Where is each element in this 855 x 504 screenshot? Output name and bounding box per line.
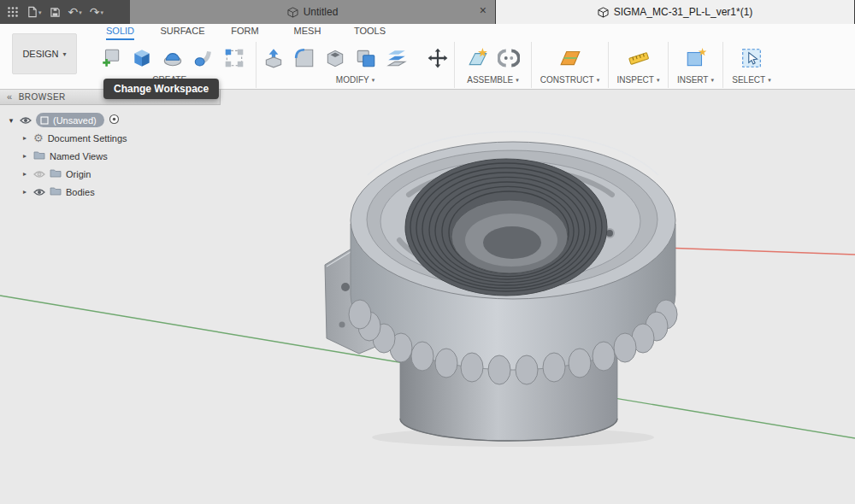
tree-root-document[interactable]: ▾ (Unsaved) (7, 111, 221, 129)
activate-component-icon[interactable] (109, 114, 120, 126)
close-tab-icon[interactable]: × (480, 4, 486, 16)
press-pull-icon[interactable] (260, 44, 287, 72)
app-icon-cluster: ▾ ↶ ▾ ↷ ▾ (0, 0, 130, 24)
tree-item-label: Named Views (50, 151, 108, 161)
pattern-icon[interactable] (221, 44, 248, 72)
workspace-selector-label: DESIGN (22, 49, 58, 59)
tree-item-label: Origin (66, 169, 91, 179)
folder-icon (33, 150, 45, 161)
change-workspace-tooltip: Change Workspace (103, 79, 219, 99)
component-box-icon (40, 116, 49, 125)
disclosure-collapsed-icon[interactable]: ▸ (21, 188, 29, 196)
group-assemble: ASSEMBLE▾ (455, 42, 532, 88)
extrude-icon[interactable] (128, 44, 156, 72)
document-tab-label: Untitled (304, 6, 339, 18)
construct-plane-icon[interactable] (557, 44, 584, 72)
tree-item-label: Bodies (66, 187, 95, 197)
dropdown-caret-icon[interactable]: ▾ (101, 9, 104, 15)
app-grid-icon[interactable] (7, 6, 19, 18)
sweep-icon[interactable] (190, 44, 217, 72)
workspace-selector-button[interactable]: DESIGN ▾ (12, 33, 77, 74)
document-root-label: (Unsaved) (53, 115, 97, 126)
tree-item-origin[interactable]: ▸ Origin (7, 165, 221, 183)
assemble-new-component-icon[interactable] (464, 44, 492, 72)
disclosure-collapsed-icon[interactable]: ▸ (21, 152, 29, 160)
group-select: SELECT▾ (723, 42, 780, 88)
document-tab-active[interactable]: SIGMA_MC-31_PL-L_ver1*(1) (496, 0, 855, 24)
undo-icon[interactable]: ↶ ▾ (68, 6, 82, 18)
measure-icon[interactable] (625, 44, 652, 72)
gear-icon: ⚙ (33, 132, 44, 144)
visibility-eye-icon[interactable] (33, 188, 45, 196)
shell-icon[interactable] (321, 44, 349, 72)
dropdown-caret-icon: ▾ (657, 77, 660, 84)
tooltip-text: Change Workspace (114, 83, 209, 95)
group-insert: INSERT▾ (669, 42, 723, 88)
tab-form[interactable]: FORM (214, 24, 276, 40)
workspace-tabs: SOLID SURFACE FORM MESH TOOLS (89, 24, 401, 40)
offset-face-icon[interactable] (383, 44, 410, 72)
tab-tools[interactable]: TOOLS (339, 24, 401, 40)
disclosure-collapsed-icon[interactable]: ▸ (21, 134, 29, 142)
tab-solid[interactable]: SOLID (89, 24, 151, 40)
disclosure-collapsed-icon[interactable]: ▸ (21, 170, 29, 178)
document-root-pill[interactable]: (Unsaved) (36, 113, 104, 127)
file-menu-icon[interactable]: ▾ (27, 6, 42, 18)
group-modify: MODIFY▾ (256, 42, 455, 88)
collapse-panel-icon[interactable]: « (7, 92, 13, 102)
tree-item-label: Document Settings (48, 133, 127, 144)
dropdown-caret-icon: ▾ (372, 77, 375, 84)
modify-dropdown[interactable]: MODIFY▾ (336, 75, 374, 85)
dropdown-caret-icon: ▾ (38, 9, 42, 15)
construct-dropdown[interactable]: CONSTRUCT▾ (540, 75, 599, 85)
redo-glyph: ↷ (90, 6, 100, 18)
tab-surface[interactable]: SURFACE (151, 24, 214, 40)
dropdown-caret-icon: ▾ (711, 77, 714, 84)
dropdown-caret-icon: ▾ (516, 77, 519, 84)
insert-icon[interactable] (682, 44, 710, 72)
titlebar: ▾ ↶ ▾ ↷ ▾ Untitled × SIGMA_MC-31_PL-L_ve… (0, 0, 855, 24)
dropdown-caret-icon: ▾ (597, 77, 600, 84)
assemble-dropdown[interactable]: ASSEMBLE▾ (467, 75, 518, 85)
tab-mesh[interactable]: MESH (276, 24, 339, 40)
select-icon[interactable] (738, 44, 765, 72)
inspect-dropdown[interactable]: INSPECT▾ (617, 75, 660, 85)
joint-icon[interactable] (495, 44, 522, 72)
revolve-icon[interactable] (159, 44, 186, 72)
model-body (325, 132, 677, 441)
new-component-icon[interactable] (97, 44, 125, 72)
group-inspect: INSPECT▾ (609, 42, 669, 88)
tree-item-document-settings[interactable]: ▸ ⚙ Document Settings (7, 129, 221, 147)
browser-panel: « BROWSER ▾ (Unsaved) ▸ ⚙ Document Setti… (0, 90, 221, 201)
select-dropdown[interactable]: SELECT▾ (732, 75, 770, 85)
browser-title: BROWSER (19, 92, 66, 102)
tree-item-named-views[interactable]: ▸ Named Views (7, 147, 221, 165)
document-cube-icon (598, 7, 609, 18)
document-tab-untitled[interactable]: Untitled × (130, 0, 496, 24)
disclosure-expanded-icon[interactable]: ▾ (7, 116, 15, 125)
combine-icon[interactable] (352, 44, 380, 72)
visibility-eye-icon[interactable] (33, 170, 45, 179)
dropdown-caret-icon[interactable]: ▾ (79, 9, 82, 15)
visibility-eye-icon[interactable] (20, 116, 32, 125)
browser-tree: ▾ (Unsaved) ▸ ⚙ Document Settings ▸ Name… (0, 105, 221, 201)
group-construct: CONSTRUCT▾ (532, 42, 609, 88)
document-cube-icon (287, 7, 298, 18)
save-icon[interactable] (50, 7, 61, 18)
undo-glyph: ↶ (68, 6, 79, 18)
document-tab-label: SIGMA_MC-31_PL-L_ver1*(1) (614, 6, 753, 18)
dropdown-caret-icon: ▾ (63, 50, 67, 58)
tree-item-bodies[interactable]: ▸ Bodies (7, 183, 221, 201)
dropdown-caret-icon: ▾ (768, 77, 771, 84)
move-copy-icon[interactable] (424, 44, 451, 72)
fillet-icon[interactable] (291, 44, 318, 72)
folder-icon (50, 168, 62, 179)
insert-dropdown[interactable]: INSERT▾ (677, 75, 714, 85)
folder-icon (50, 186, 62, 197)
redo-icon[interactable]: ↷ ▾ (90, 6, 103, 18)
